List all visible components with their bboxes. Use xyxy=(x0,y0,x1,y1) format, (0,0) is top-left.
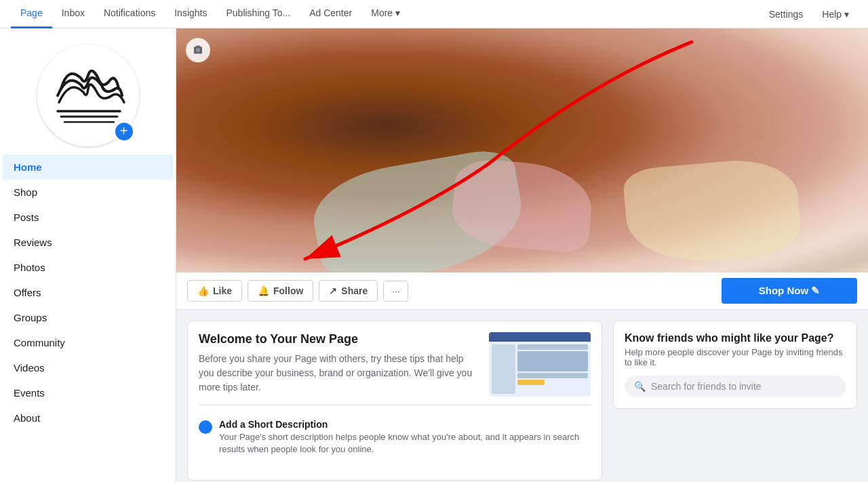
follow-button[interactable]: 🔔 Follow xyxy=(248,280,313,302)
settings-button[interactable]: Settings xyxy=(761,5,812,24)
sidebar-item-events[interactable]: Events xyxy=(3,380,173,405)
tab-inbox[interactable]: Inbox xyxy=(52,0,94,28)
nav-tabs: Page Inbox Notifications Insights Publis… xyxy=(11,0,410,28)
content-area: 👍 Like 🔔 Follow ↗ Share ··· Shop Now ✎ xyxy=(176,28,868,482)
sidebar: + Home Shop Posts Reviews Photos Offers xyxy=(0,28,176,482)
more-actions-button[interactable]: ··· xyxy=(383,281,408,302)
right-column: Know friends who might like your Page? H… xyxy=(613,321,857,481)
sidebar-item-offers[interactable]: Offers xyxy=(3,280,173,305)
tab-page[interactable]: Page xyxy=(11,0,52,28)
tips-section: Add a Short Description Your Page's shor… xyxy=(199,405,591,469)
profile-section: + xyxy=(0,34,176,152)
sidebar-item-community[interactable]: Community xyxy=(3,330,173,355)
add-description-tip: Add a Short Description Your Page's shor… xyxy=(199,414,591,461)
search-icon: 🔍 xyxy=(634,381,646,392)
top-navigation: Page Inbox Notifications Insights Publis… xyxy=(0,0,868,28)
tab-notifications[interactable]: Notifications xyxy=(94,0,165,28)
sidebar-item-about[interactable]: About xyxy=(3,405,173,430)
sidebar-item-posts[interactable]: Posts xyxy=(3,205,173,230)
sidebar-nav: Home Shop Posts Reviews Photos Offers Gr… xyxy=(0,152,176,433)
sidebar-item-videos[interactable]: Videos xyxy=(3,355,173,380)
sidebar-item-photos[interactable]: Photos xyxy=(3,255,173,280)
sidebar-item-reviews[interactable]: Reviews xyxy=(3,230,173,255)
welcome-illustration xyxy=(489,332,591,397)
main-layout: + Home Shop Posts Reviews Photos Offers xyxy=(0,28,868,482)
sidebar-item-home[interactable]: Home xyxy=(3,155,173,180)
invite-friends-title: Know friends who might like your Page? xyxy=(625,332,846,344)
nav-right-actions: Settings Help ▾ xyxy=(761,5,857,24)
tab-ad-center[interactable]: Ad Center xyxy=(300,0,361,28)
update-profile-pic-button[interactable]: + xyxy=(113,121,135,142)
invite-friends-card: Know friends who might like your Page? H… xyxy=(613,321,857,409)
page-actions-left: 👍 Like 🔔 Follow ↗ Share ··· xyxy=(187,280,408,302)
camera-icon xyxy=(192,44,204,56)
action-bar: 👍 Like 🔔 Follow ↗ Share ··· Shop Now ✎ xyxy=(176,273,868,310)
tab-more[interactable]: More ▾ xyxy=(361,0,410,28)
sidebar-item-groups[interactable]: Groups xyxy=(3,305,173,330)
invite-friends-description: Help more people discover your Page by i… xyxy=(625,347,846,367)
search-friends-wrapper: 🔍 xyxy=(625,376,846,397)
welcome-description: Before you share your Page with others, … xyxy=(199,352,478,395)
update-cover-photo-button[interactable] xyxy=(186,38,210,62)
cover-photo xyxy=(176,28,868,273)
tip-title: Add a Short Description xyxy=(219,419,591,430)
search-friends-input[interactable] xyxy=(651,381,836,392)
tab-publishing[interactable]: Publishing To... xyxy=(216,0,300,28)
welcome-title: Welcome to Your New Page xyxy=(199,332,478,346)
tip-description: Your Page's short description helps peop… xyxy=(219,431,591,456)
content-columns: × Welcome to Your New Page Before you sh… xyxy=(176,310,868,482)
tip-icon xyxy=(199,420,212,434)
sidebar-item-shop[interactable]: Shop xyxy=(3,180,173,205)
help-button[interactable]: Help ▾ xyxy=(814,5,857,24)
avatar-wrapper: + xyxy=(37,45,139,146)
share-button[interactable]: ↗ Share xyxy=(319,280,378,302)
tab-insights[interactable]: Insights xyxy=(165,0,216,28)
main-column: × Welcome to Your New Page Before you sh… xyxy=(187,321,602,481)
shop-now-button[interactable]: Shop Now ✎ xyxy=(722,278,857,304)
like-button[interactable]: 👍 Like xyxy=(187,280,242,302)
welcome-card: × Welcome to Your New Page Before you sh… xyxy=(187,321,602,481)
